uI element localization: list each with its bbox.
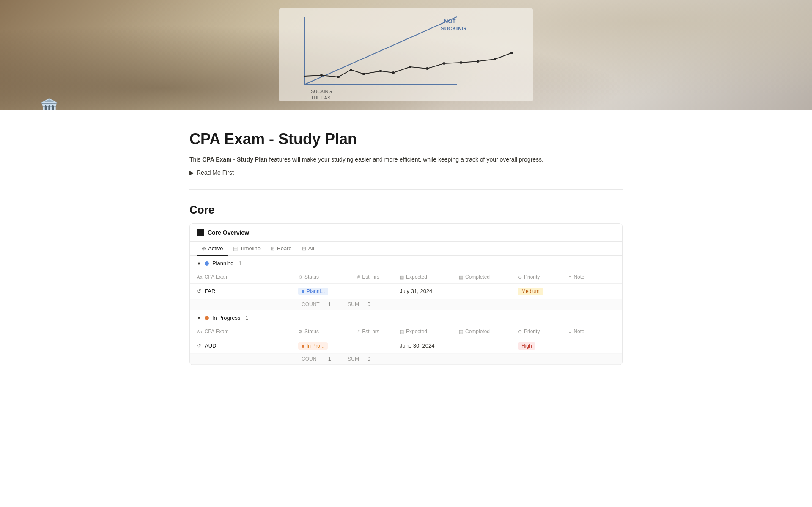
th-status2-icon: ⚙ [298,329,302,334]
svg-point-9 [409,66,411,68]
th-priority2-icon: ⊙ [518,329,522,334]
th-cal3-icon: ▤ [400,329,404,334]
tab-all-label: All [308,245,314,252]
tab-all[interactable]: ⊟ All [297,242,319,256]
count-row-planning: COUNT 1 SUM 0 [190,299,622,310]
th-cpa-exam-planning: Aa CPA Exam [197,272,298,282]
svg-point-10 [426,67,428,70]
database-container: Core Overview ⊕ Active ▤ Timeline ⊞ Boar… [189,223,623,365]
hero-banner: NOT SUCKING SUCKING THE PAST 🏛️ [0,0,812,110]
page-icon: 🏛️ [37,95,61,110]
svg-text:NOT: NOT [444,18,456,25]
svg-point-12 [460,61,462,64]
inprogress-dot-icon [205,316,209,320]
status-tag-inprogress: In Pro... [298,342,328,350]
svg-point-8 [392,71,395,74]
th-note2-icon: ≡ [569,329,571,334]
all-tab-icon: ⊟ [302,246,306,252]
active-tab-icon: ⊕ [202,246,206,252]
count-value-inprogress: 1 [328,356,331,362]
status-dot-planning [302,290,304,293]
th-cal4-icon: ▤ [459,329,463,334]
group-toggle-inprogress[interactable]: ▼ [197,315,201,321]
svg-point-15 [510,52,513,54]
svg-point-14 [494,58,496,60]
group-label-planning: Planning [212,260,234,266]
toggle-arrow-icon: ▶ [189,169,194,176]
row-expected-aud: June 30, 2024 [400,343,459,349]
th-cal-icon: ▤ [400,274,404,280]
svg-point-3 [320,74,323,77]
section-title: Core [189,203,623,217]
svg-point-6 [362,73,365,75]
status-tag-planning: Planni... [298,288,328,295]
svg-point-11 [443,62,445,65]
th-priority-inprogress: ⊙ Priority [518,327,569,336]
th-expected-inprogress: ▤ Expected [400,327,459,336]
board-tab-icon: ⊞ [271,246,275,252]
row-sync-icon: ↺ [197,288,201,294]
svg-point-4 [337,76,340,78]
status-dot-inprogress [302,345,304,348]
svg-point-7 [379,70,382,72]
status-label-aud: In Pro... [307,343,324,349]
svg-text:SUCKING: SUCKING [311,89,332,94]
tab-active[interactable]: ⊕ Active [197,242,228,256]
database-tabs: ⊕ Active ▤ Timeline ⊞ Board ⊟ All [190,242,622,256]
th-status-inprogress: ⚙ Status [298,327,357,336]
core-db-icon [197,229,204,236]
tab-active-label: Active [208,245,223,252]
th-aa2-icon: Aa [197,329,202,334]
th-hash-icon: # [357,274,360,280]
group-count-inprogress: 1 [245,315,248,321]
th-cal2-icon: ▤ [459,274,463,280]
count-label-inprogress: COUNT [302,356,320,362]
row-status-far: Planni... [298,288,357,296]
tab-timeline-label: Timeline [240,245,261,252]
tab-board[interactable]: ⊞ Board [266,242,297,256]
row-name-aud: ↺ AUD [197,343,298,349]
page-title: CPA Exam - Study Plan [189,130,623,148]
sum-value-planning: 0 [368,301,370,307]
read-me-label: Read Me First [197,169,234,176]
table-row[interactable]: ↺ AUD In Pro... June 30, 2024 High [190,338,622,354]
divider [189,189,623,190]
row-status-aud: In Pro... [298,342,357,350]
group-toggle-planning[interactable]: ▼ [197,261,201,266]
svg-text:SUCKING: SUCKING [441,25,466,32]
svg-point-13 [477,60,479,63]
th-priority-icon: ⊙ [518,274,522,280]
th-esthrs-planning: # Est. hrs [357,272,400,282]
th-expected-planning: ▤ Expected [400,272,459,282]
group-count-planning: 1 [239,260,242,266]
svg-rect-0 [279,8,533,101]
row-label-far: FAR [205,288,215,294]
page-description: This CPA Exam - Study Plan features will… [189,155,623,164]
th-aa-icon: Aa [197,274,202,280]
table-row[interactable]: ↺ FAR Planni... July 31, 2024 Medium [190,284,622,299]
th-status-planning: ⚙ Status [298,272,357,282]
read-me-toggle[interactable]: ▶ Read Me First [189,169,623,176]
planning-dot-icon [205,261,209,266]
svg-point-5 [350,69,352,71]
count-label-planning: COUNT [302,301,320,307]
table-header-inprogress: Aa CPA Exam ⚙ Status # Est. hrs ▤ Expect… [190,325,622,338]
database-header: Core Overview [190,224,622,242]
row-sync2-icon: ↺ [197,343,201,349]
th-note-planning: ≡ Note [569,272,615,282]
group-header-planning: ▼ Planning 1 [190,256,622,271]
priority-tag-high: High [518,342,535,350]
table-header-planning: Aa CPA Exam ⚙ Status # Est. hrs ▤ Expect… [190,271,622,284]
th-esthrs-inprogress: # Est. hrs [357,327,400,336]
group-label-inprogress: In Progress [212,315,240,321]
sum-label-planning: SUM [348,301,359,307]
priority-tag-medium: Medium [518,288,543,295]
group-header-inprogress: ▼ In Progress 1 [190,310,622,325]
th-status-icon: ⚙ [298,274,302,280]
database-title: Core Overview [208,229,249,236]
th-hash2-icon: # [357,329,360,334]
tab-timeline[interactable]: ▤ Timeline [228,242,266,256]
th-priority-planning: ⊙ Priority [518,272,569,282]
sum-value-inprogress: 0 [368,356,370,362]
row-expected-far: July 31, 2024 [400,288,459,294]
